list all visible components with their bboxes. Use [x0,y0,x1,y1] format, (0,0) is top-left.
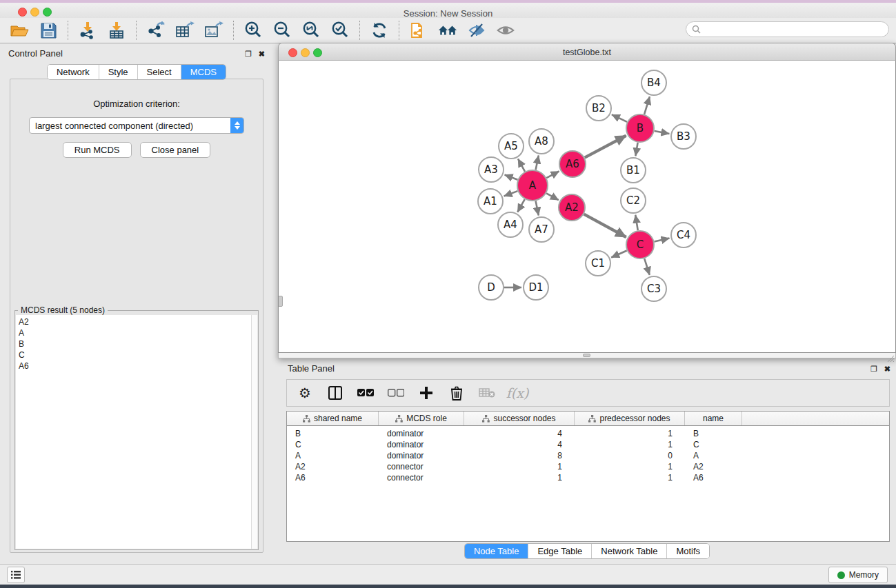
float-panel-icon[interactable]: ❐ [245,50,252,58]
deselect-all-columns-icon[interactable] [388,385,404,401]
edge-A-A5[interactable] [518,159,525,171]
network-canvas[interactable]: B4B2BB3A8A5A6A3B1AA1C2A2A4A7C4CC1C3DD1 [278,61,896,353]
table-cell[interactable]: 1 [464,461,575,472]
result-list-item[interactable]: A [16,327,257,338]
zoom-selected-icon[interactable] [330,21,350,40]
save-session-icon[interactable] [39,21,58,40]
table-cell[interactable]: dominator [379,428,464,439]
criterion-dropdown[interactable]: largest connected component (directed) [29,117,244,134]
close-table-panel-icon[interactable]: ✖ [884,365,890,373]
node-C1[interactable]: C1 [586,251,610,276]
tab-style[interactable]: Style [99,65,137,79]
select-all-columns-icon[interactable] [357,385,374,401]
node-A4[interactable]: A4 [498,212,523,237]
table-cell[interactable]: A6 [685,472,742,483]
tab-edge-table[interactable]: Edge Table [528,544,591,558]
zoom-in-icon[interactable] [243,21,263,40]
node-A8[interactable]: A8 [529,129,554,154]
close-panel-button[interactable]: Close panel [140,142,211,158]
table-cell[interactable]: 4 [464,439,575,450]
table-cell[interactable]: 1 [464,472,575,483]
tab-mcds[interactable]: MCDS [181,65,226,79]
canvas-horizontal-scrollbar[interactable] [583,354,590,357]
delete-column-icon[interactable] [448,385,465,401]
node-A2[interactable]: A2 [559,194,585,221]
table-cell[interactable]: B [685,428,742,439]
column-header-successor-nodes[interactable]: successor nodes [464,412,575,425]
table-cell[interactable]: A2 [287,461,379,472]
table-cell[interactable]: C [685,439,742,450]
node-A[interactable]: A [517,170,548,201]
task-history-button[interactable] [7,567,25,583]
edge-A-A4[interactable] [517,199,524,212]
edge-A6-B[interactable] [585,136,626,158]
table-cell[interactable]: connector [379,461,464,472]
export-image-icon[interactable] [204,21,223,40]
table-cell[interactable]: B [287,428,379,439]
table-row[interactable]: Cdominator41C [287,439,889,450]
node-A3[interactable]: A3 [479,157,504,182]
edge-B-B2[interactable] [612,114,627,122]
node-A6[interactable]: A6 [559,151,586,177]
tab-network[interactable]: Network [48,65,99,79]
import-network-icon[interactable] [78,21,97,40]
result-list-item[interactable]: B [16,338,257,349]
node-B1[interactable]: B1 [621,158,646,183]
refresh-icon[interactable] [370,21,389,40]
column-header-name[interactable]: name [685,412,742,425]
table-options-icon[interactable]: ⚙ [297,385,313,401]
table-cell[interactable]: A2 [685,461,742,472]
table-cell[interactable]: 8 [464,450,575,461]
table-cell[interactable]: C [287,439,379,450]
table-cell[interactable]: dominator [379,450,464,461]
canvas-vertical-scrollbar[interactable] [278,296,283,307]
table-cell[interactable]: A [287,450,379,461]
node-C2[interactable]: C2 [621,188,646,213]
export-table-icon[interactable] [175,21,195,40]
tab-node-table[interactable]: Node Table [465,544,528,558]
tab-network-table[interactable]: Network Table [591,544,666,558]
table-cell[interactable]: A [685,450,742,461]
node-C3[interactable]: C3 [641,276,666,301]
search-field[interactable] [686,21,889,37]
table-row[interactable]: Adominator80A [287,450,889,461]
node-C4[interactable]: C4 [671,223,696,247]
edge-A2-C[interactable] [584,214,626,237]
network-window-titlebar[interactable]: testGlobe.txt [278,43,896,61]
table-cell[interactable]: dominator [379,439,464,450]
edge-A-A2[interactable] [546,193,559,200]
show-columns-icon[interactable] [327,385,344,401]
network-from-file-icon[interactable] [409,21,428,40]
table-row[interactable]: A2connector11A2 [287,461,889,472]
node-C[interactable]: C [626,231,654,258]
result-list-item[interactable]: C [16,349,257,361]
node-B2[interactable]: B2 [586,96,611,121]
close-panel-icon[interactable]: ✖ [259,50,265,58]
tab-motifs[interactable]: Motifs [666,544,709,558]
edge-A-A1[interactable] [504,191,518,196]
table-row[interactable]: A6connector11A6 [287,472,889,483]
import-table-icon[interactable] [107,21,126,40]
node-B[interactable]: B [626,114,654,142]
hide-graphics-details-icon[interactable] [467,21,486,40]
home-icon[interactable] [438,21,457,40]
canvas-horizontal-scrollbar-track[interactable] [278,353,896,358]
zoom-out-icon[interactable] [272,21,292,40]
node-D[interactable]: D [479,275,504,300]
node-D1[interactable]: D1 [524,275,548,300]
table-cell[interactable]: A6 [287,472,379,483]
mcds-result-list[interactable]: A2ABCA6 [16,315,257,549]
edge-A-A3[interactable] [505,175,518,180]
node-table[interactable]: shared nameMCDS rolesuccessor nodesprede… [286,411,890,542]
table-cell[interactable]: 1 [575,428,685,439]
float-table-panel-icon[interactable]: ❐ [870,365,877,373]
network-graph[interactable]: B4B2BB3A8A5A6A3B1AA1C2A2A4A7C4CC1C3DD1 [279,61,895,353]
node-A5[interactable]: A5 [499,134,524,159]
edge-B-B1[interactable] [635,143,637,156]
add-column-icon[interactable] [418,385,435,401]
node-B3[interactable]: B3 [671,124,696,149]
edge-B-B4[interactable] [644,97,650,114]
result-list-item[interactable]: A6 [16,361,257,372]
table-cell[interactable]: 0 [575,450,685,461]
table-cell[interactable]: connector [379,472,464,483]
